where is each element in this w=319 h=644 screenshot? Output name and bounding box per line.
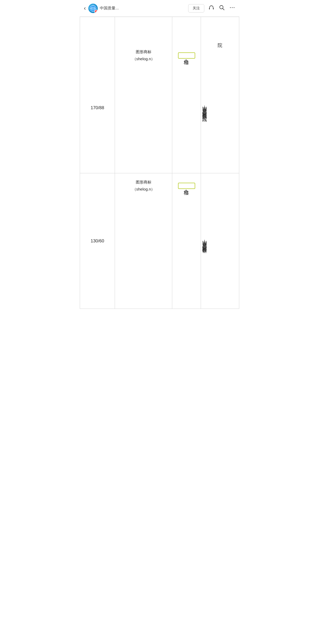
trademark-sub-1: （shelog.n） [117,55,170,62]
trademark-content-1: 图形商标 （shelog.n） [115,43,172,68]
cell-empty-1 [80,17,115,43]
nav-icons [208,5,235,12]
size-value-2: 130/60 [80,233,115,249]
navigation-bar: ‹ v 中国质量... 关注 [80,0,239,17]
org-text-1: 山东省产品质量检验研究院 [201,102,208,114]
table-row-2: 130/60 图形商标 （shelog.n） 合格 [80,173,239,309]
more-icon[interactable] [229,5,235,12]
badge-text: v [96,10,97,12]
cell-size-1: 170/88 [80,43,115,173]
cell-result-1: 合格 [172,43,201,173]
svg-line-6 [223,9,224,10]
org-text-partial: 院 [217,39,223,40]
quality-table: 院 170/88 图形商标 （shelog.n） [80,17,239,309]
svg-point-7 [230,7,231,8]
svg-point-8 [232,7,233,8]
cell-empty-2 [115,17,172,43]
result-text-2: 合格 [184,185,189,186]
result-badge-1: 合格 [178,52,195,59]
result-content-2: 合格 [172,179,201,193]
account-title: 中国质量... [100,6,188,11]
cell-empty-3 [172,17,201,43]
trademark-content-2: 图形商标 （shelog.n） [115,173,172,198]
headphone-icon[interactable] [208,5,214,12]
cell-trademark-1: 图形商标 （shelog.n） [115,43,172,173]
table-row-1: 170/88 图形商标 （shelog.n） 合格 [80,43,239,173]
result-content-1: 合格 [172,48,201,63]
cell-size-2: 130/60 [80,173,115,309]
avatar-badge: v [94,10,98,13]
svg-rect-3 [209,8,210,9]
size-value-1: 170/88 [80,100,115,116]
avatar: v [88,4,98,13]
cell-org-1: 山东省产品质量检验研究院 [201,43,239,173]
svg-point-9 [234,7,235,8]
cell-org-2: 山东省产品质量检验研 [201,173,239,309]
trademark-name-2: 图形商标 [117,179,170,186]
cell-trademark-2: 图形商标 （shelog.n） [115,173,172,309]
follow-button[interactable]: 关注 [188,4,204,13]
org-text-2: 山东省产品质量检验研 [201,236,208,246]
svg-rect-4 [213,8,214,9]
result-badge-2: 合格 [178,183,195,189]
search-icon[interactable] [219,5,225,12]
result-text-1: 合格 [184,55,189,56]
back-button[interactable]: ‹ [84,5,86,12]
cell-org-partial: 院 [201,17,239,43]
trademark-sub-2: （shelog.n） [117,186,170,193]
table-container: 院 170/88 图形商标 （shelog.n） [80,17,239,309]
cell-result-2: 合格 [172,173,201,309]
trademark-name-1: 图形商标 [117,48,170,55]
table-row-partial-top: 院 [80,17,239,43]
